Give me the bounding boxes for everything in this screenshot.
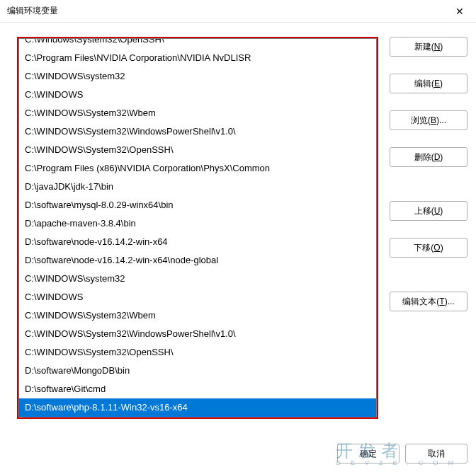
path-list-item[interactable]: C:\WINDOWS\system32 [19,67,376,86]
close-icon: ✕ [455,6,464,17]
titlebar: 编辑环境变量 ✕ [0,0,476,23]
path-list-item[interactable]: C:\WINDOWS [19,288,376,306]
path-list[interactable]: C:\Windows\System32\OpenSSH\C:\Program F… [18,38,377,418]
path-list-item[interactable]: D:\software\Git\cmd [19,380,376,398]
highlight-box: C:\Windows\System32\OpenSSH\C:\Program F… [17,37,378,419]
path-list-item[interactable]: C:\Program Files\NVIDIA Corporation\NVID… [19,49,376,67]
move-up-button[interactable]: 上移(U) [390,201,468,221]
browse-button[interactable]: 浏览(B)... [390,110,468,130]
path-list-item[interactable]: C:\WINDOWS\System32\OpenSSH\ [19,343,376,362]
path-list-item[interactable]: C:\WINDOWS [19,86,376,104]
path-list-item[interactable]: C:\WINDOWS\System32\Wbem [19,104,376,122]
path-list-item[interactable]: C:\WINDOWS\System32\WindowsPowerShell\v1… [19,325,376,343]
edit-button[interactable]: 编辑(E) [390,74,468,93]
delete-button[interactable]: 删除(D) [390,147,468,167]
dialog-footer: 确定 取消 [337,444,468,464]
path-list-item[interactable]: C:\WINDOWS\System32\WindowsPowerShell\v1… [19,122,376,141]
path-list-item[interactable]: D:\javaJDK\jdk-17\bin [19,178,376,196]
cancel-button[interactable]: 取消 [405,444,468,464]
path-list-item[interactable]: C:\WINDOWS\system32 [19,270,376,288]
dialog-content: C:\Windows\System32\OpenSSH\C:\Program F… [0,23,476,437]
ok-button[interactable]: 确定 [337,444,400,464]
path-list-item[interactable]: D:\software\node-v16.14.2-win-x64\node-g… [19,251,376,270]
path-list-item[interactable]: C:\Program Files (x86)\NVIDIA Corporatio… [19,159,376,178]
path-list-item[interactable]: C:\Windows\System32\OpenSSH\ [19,38,376,49]
path-list-item[interactable]: D:\software\MongoDB\bin [19,362,376,380]
new-button[interactable]: 新建(N) [390,37,468,57]
path-list-item[interactable]: D:\apache-maven-3.8.4\bin [19,214,376,233]
path-list-item[interactable]: D:\software\mysql-8.0.29-winx64\bin [19,196,376,214]
button-column: 新建(N) 编辑(E) 浏览(B)... 删除(D) 上移(U) 下移(O) 编… [390,37,468,428]
edit-text-button[interactable]: 编辑文本(T)... [390,292,468,311]
path-list-item[interactable]: D:\software\php-8.1.11-Win32-vs16-x64 [19,398,376,417]
move-down-button[interactable]: 下移(O) [390,238,468,258]
path-list-item[interactable]: D:\software\node-v16.14.2-win-x64 [19,233,376,251]
close-button[interactable]: ✕ [443,0,476,23]
window-title: 编辑环境变量 [7,5,58,17]
path-list-item[interactable]: C:\WINDOWS\System32\OpenSSH\ [19,141,376,159]
path-list-item[interactable]: C:\WINDOWS\System32\Wbem [19,306,376,325]
